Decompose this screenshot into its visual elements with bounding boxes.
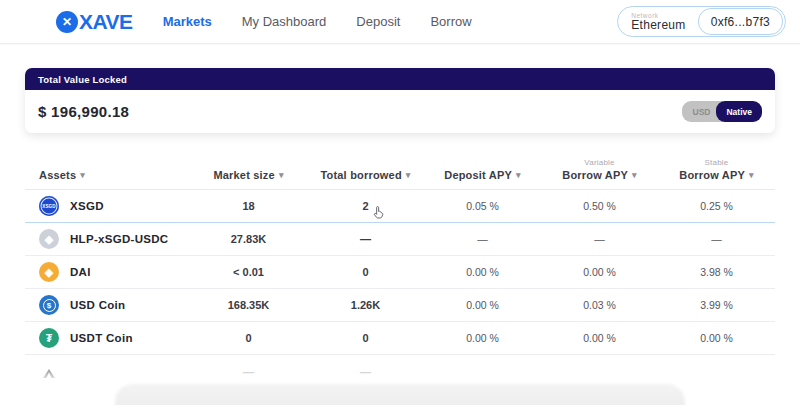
variable-borrow-apy-value: 0.03 % (541, 299, 658, 311)
usdt-token-icon: ₮ (39, 328, 59, 348)
wallet-address: 0xf6...b7f3 (711, 15, 770, 29)
tvl-value: $ 196,990.18 (38, 103, 129, 120)
dai-icon-glyph: ◈ (45, 266, 53, 279)
xave-logo-text: XAVE (79, 10, 133, 34)
toggle-native-button[interactable]: Native (716, 101, 762, 122)
variable-borrow-apy-value: 0.00 % (541, 332, 658, 344)
stable-borrow-apy-value: — (658, 233, 775, 245)
sort-arrow-icon: ▾ (279, 170, 284, 180)
sort-total-borrowed[interactable]: Total borrowed ▾ (320, 169, 410, 181)
asset-cell: ₮ USDT Coin (25, 328, 190, 348)
sort-arrow-icon: ▾ (749, 170, 754, 180)
xsgd-icon-text: XSGD (42, 204, 56, 209)
xave-logo[interactable]: ✕ XAVE (56, 10, 133, 34)
total-value-locked-card: Total Value Locked $ 196,990.18 USD Nati… (25, 68, 775, 133)
total-borrowed-value: 0 (307, 266, 424, 278)
market-size-value: < 0.01 (190, 266, 307, 278)
network-info: Network Ethereum (631, 12, 697, 32)
asset-cell: ◈ DAI (25, 262, 190, 282)
column-header-assets: Assets ▾ (25, 169, 190, 189)
sort-arrow-icon: ▾ (80, 170, 85, 180)
deposit-apy-value: 0.05 % (424, 200, 541, 212)
table-row-xsgd[interactable]: XSGD XSGD 18 2 0.05 % 0.50 % 0.25 % (25, 190, 775, 223)
nav-item-my-dashboard[interactable]: My Dashboard (242, 14, 327, 29)
nav-item-deposit[interactable]: Deposit (356, 14, 400, 29)
column-header-stable-borrow-apy: Stable Borrow APY ▾ (658, 158, 775, 189)
table-header-row: Assets ▾ Market size ▾ Total borrowed ▾ … (25, 150, 775, 190)
asset-name: USD Coin (70, 299, 125, 311)
market-size-value: 168.35K (190, 299, 307, 311)
total-borrowed-value: — (307, 233, 424, 245)
deposit-apy-value: 0.00 % (424, 299, 541, 311)
sort-deposit-apy[interactable]: Deposit APY ▾ (444, 169, 521, 181)
hlp-token-icon: ◆ (39, 229, 59, 249)
stable-borrow-apy-value: 0.00 % (658, 332, 775, 344)
currency-toggle: USD Native (682, 101, 762, 122)
usdc-icon-glyph: $ (47, 301, 51, 310)
deposit-apy-value: 0.00 % (424, 266, 541, 278)
dai-token-icon: ◈ (39, 262, 59, 282)
usdt-icon-glyph: ₮ (46, 333, 52, 344)
deposit-apy-value: 0.00 % (424, 332, 541, 344)
table-row-hlp-xsgd-usdc[interactable]: ◆ HLP-xSGD-USDC 27.83K — — — — (25, 223, 775, 256)
variable-borrow-apy-value: — (541, 233, 658, 245)
total-borrowed-value: 1.26K (307, 299, 424, 311)
market-size-value: 18 (190, 200, 307, 212)
variable-borrow-apy-value: 0.00 % (541, 266, 658, 278)
stable-borrow-apy-value: 0.25 % (658, 200, 775, 212)
column-label: Borrow APY (679, 169, 745, 181)
deposit-apy-value: — (424, 233, 541, 245)
total-borrowed-value: 0 (307, 332, 424, 344)
column-label: Assets (39, 169, 76, 181)
column-label: Borrow APY (562, 169, 628, 181)
asset-cell: ◆ HLP-xSGD-USDC (25, 229, 190, 249)
tvl-card-body: $ 196,990.18 USD Native (25, 90, 775, 133)
hlp-icon-glyph: ◆ (45, 233, 53, 246)
tvl-card-header: Total Value Locked (25, 68, 775, 90)
network-value: Ethereum (631, 19, 685, 32)
market-size-value: — (190, 366, 307, 378)
xave-logo-icon: ✕ (56, 11, 78, 33)
logo-x-glyph: ✕ (62, 16, 72, 28)
usdc-icon-ring: $ (43, 299, 56, 312)
usdc-token-icon: $ (39, 295, 59, 315)
column-header-total-borrowed: Total borrowed ▾ (307, 169, 424, 189)
asset-cell (25, 365, 190, 378)
asset-cell: XSGD XSGD (25, 196, 190, 216)
asset-name: USDT Coin (70, 332, 133, 344)
column-label: Total borrowed (320, 169, 401, 181)
table-row-usd-coin[interactable]: $ USD Coin 168.35K 1.26K 0.00 % 0.03 % 3… (25, 289, 775, 322)
sort-assets[interactable]: Assets ▾ (39, 169, 85, 181)
sort-market-size[interactable]: Market size ▾ (213, 169, 283, 181)
network-selector[interactable]: Network Ethereum 0xf6...b7f3 (617, 6, 786, 37)
sort-arrow-icon: ▾ (406, 170, 411, 180)
nav-links: Markets My Dashboard Deposit Borrow (163, 14, 472, 29)
partial-token-icon (43, 369, 55, 378)
market-size-value: 0 (190, 332, 307, 344)
sort-variable-borrow-apy[interactable]: Borrow APY ▾ (562, 169, 636, 181)
tvl-title: Total Value Locked (38, 74, 127, 85)
column-header-variable-borrow-apy: Variable Borrow APY ▾ (541, 158, 658, 189)
wallet-address-chip[interactable]: 0xf6...b7f3 (698, 8, 783, 35)
asset-name: XSGD (70, 200, 104, 212)
top-navbar: ✕ XAVE Markets My Dashboard Deposit Borr… (0, 0, 800, 44)
column-header-deposit-apy: Deposit APY ▾ (424, 169, 541, 189)
market-size-value: 27.83K (190, 233, 307, 245)
column-label: Market size (213, 169, 275, 181)
total-borrowed-value: 2 (307, 200, 424, 212)
asset-name: DAI (70, 266, 91, 278)
nav-item-markets[interactable]: Markets (163, 14, 212, 29)
column-label: Deposit APY (444, 169, 512, 181)
variable-borrow-apy-value: 0.50 % (541, 200, 658, 212)
stable-borrow-apy-value: 3.98 % (658, 266, 775, 278)
asset-cell: $ USD Coin (25, 295, 190, 315)
nav-item-borrow[interactable]: Borrow (430, 14, 471, 29)
sort-arrow-icon: ▾ (632, 170, 637, 180)
xsgd-token-icon: XSGD (39, 196, 59, 216)
stable-borrow-apy-value: 3.99 % (658, 299, 775, 311)
column-header-market-size: Market size ▾ (190, 169, 307, 189)
table-row-dai[interactable]: ◈ DAI < 0.01 0 0.00 % 0.00 % 3.98 % (25, 256, 775, 289)
table-row-usdt-coin[interactable]: ₮ USDT Coin 0 0 0.00 % 0.00 % 0.00 % (25, 322, 775, 355)
total-borrowed-value: — (307, 366, 424, 378)
sort-stable-borrow-apy[interactable]: Borrow APY ▾ (679, 169, 753, 181)
